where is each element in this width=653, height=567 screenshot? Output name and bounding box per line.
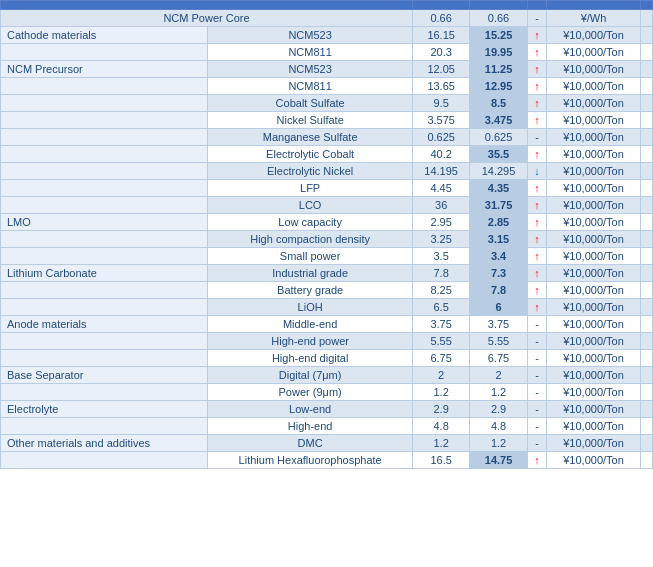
- feb26-value: 6.5: [412, 299, 469, 316]
- feb19-value: 11.25: [470, 61, 527, 78]
- feb19-value: 3.475: [470, 112, 527, 129]
- monthly-avg-value: [640, 61, 652, 78]
- feb19-value: 15.25: [470, 27, 527, 44]
- feb26-value: 3.25: [412, 231, 469, 248]
- unit-value: ¥10,000/Ton: [547, 214, 641, 231]
- monthly-avg-value: [640, 27, 652, 44]
- feb26-value: 1.2: [412, 384, 469, 401]
- header-feb19: [470, 1, 527, 10]
- sub-label: NCM811: [208, 78, 413, 95]
- group-empty: [1, 299, 208, 316]
- sub-label: Battery grade: [208, 282, 413, 299]
- header-price-change: [527, 1, 547, 10]
- monthly-avg-value: [640, 452, 652, 469]
- change-value: ↑: [527, 214, 547, 231]
- group-empty: [1, 333, 208, 350]
- sub-label: Cobalt Sulfate: [208, 95, 413, 112]
- sub-label: Small power: [208, 248, 413, 265]
- sub-label: NCM811: [208, 44, 413, 61]
- group-label: Base Separator: [1, 367, 208, 384]
- change-value: ↑: [527, 452, 547, 469]
- change-value: ↑: [527, 146, 547, 163]
- unit-value: ¥/Wh: [547, 10, 641, 27]
- feb19-value: 31.75: [470, 197, 527, 214]
- feb19-value: 6: [470, 299, 527, 316]
- feb19-value: 7.8: [470, 282, 527, 299]
- monthly-avg-value: [640, 78, 652, 95]
- unit-value: ¥10,000/Ton: [547, 333, 641, 350]
- feb19-value: 19.95: [470, 44, 527, 61]
- sub-label: Power (9μm): [208, 384, 413, 401]
- unit-value: ¥10,000/Ton: [547, 452, 641, 469]
- feb26-value: 16.5: [412, 452, 469, 469]
- group-label: Anode materials: [1, 316, 208, 333]
- feb26-value: 13.65: [412, 78, 469, 95]
- group-label: Other materials and additives: [1, 435, 208, 452]
- change-value: ↑: [527, 95, 547, 112]
- monthly-avg-value: [640, 95, 652, 112]
- monthly-avg-value: [640, 112, 652, 129]
- change-value: ↑: [527, 61, 547, 78]
- feb19-value: 14.75: [470, 452, 527, 469]
- sub-label: LiOH: [208, 299, 413, 316]
- feb26-value: 5.55: [412, 333, 469, 350]
- sub-label: Digital (7μm): [208, 367, 413, 384]
- unit-value: ¥10,000/Ton: [547, 282, 641, 299]
- unit-value: ¥10,000/Ton: [547, 350, 641, 367]
- sub-label: Low-end: [208, 401, 413, 418]
- feb19-value: 2.85: [470, 214, 527, 231]
- change-value: ↑: [527, 44, 547, 61]
- change-value: -: [527, 316, 547, 333]
- feb19-value: 3.4: [470, 248, 527, 265]
- feb26-value: 4.45: [412, 180, 469, 197]
- sub-label: Middle-end: [208, 316, 413, 333]
- sub-label: Industrial grade: [208, 265, 413, 282]
- unit-value: ¥10,000/Ton: [547, 316, 641, 333]
- monthly-avg-value: [640, 333, 652, 350]
- monthly-avg-value: [640, 282, 652, 299]
- change-value: ↑: [527, 248, 547, 265]
- change-value: -: [527, 418, 547, 435]
- feb26-value: 6.75: [412, 350, 469, 367]
- feb26-value: 9.5: [412, 95, 469, 112]
- feb19-value: 0.66: [470, 10, 527, 27]
- change-value: -: [527, 435, 547, 452]
- monthly-avg-value: [640, 299, 652, 316]
- change-value: -: [527, 384, 547, 401]
- feb19-value: 4.35: [470, 180, 527, 197]
- change-value: -: [527, 350, 547, 367]
- monthly-avg-value: [640, 180, 652, 197]
- feb26-value: 8.25: [412, 282, 469, 299]
- monthly-avg-value: [640, 265, 652, 282]
- unit-value: ¥10,000/Ton: [547, 95, 641, 112]
- monthly-avg-value: [640, 316, 652, 333]
- feb26-value: 14.195: [412, 163, 469, 180]
- sub-label: NCM523: [208, 61, 413, 78]
- unit-value: ¥10,000/Ton: [547, 163, 641, 180]
- sub-label: Manganese Sulfate: [208, 129, 413, 146]
- feb19-value: 1.2: [470, 384, 527, 401]
- group-label: NCM Precursor: [1, 61, 208, 78]
- monthly-avg-value: [640, 248, 652, 265]
- monthly-avg-value: [640, 10, 652, 27]
- change-value: ↑: [527, 180, 547, 197]
- sub-label: Nickel Sulfate: [208, 112, 413, 129]
- group-empty: [1, 163, 208, 180]
- change-value: -: [527, 367, 547, 384]
- unit-value: ¥10,000/Ton: [547, 248, 641, 265]
- monthly-avg-value: [640, 163, 652, 180]
- sub-label: High-end: [208, 418, 413, 435]
- sub-label: Electrolytic Nickel: [208, 163, 413, 180]
- unit-value: ¥10,000/Ton: [547, 435, 641, 452]
- feb19-value: 3.75: [470, 316, 527, 333]
- feb26-value: 4.8: [412, 418, 469, 435]
- unit-value: ¥10,000/Ton: [547, 146, 641, 163]
- unit-value: ¥10,000/Ton: [547, 78, 641, 95]
- feb26-value: 0.625: [412, 129, 469, 146]
- unit-value: ¥10,000/Ton: [547, 367, 641, 384]
- monthly-avg-value: [640, 231, 652, 248]
- monthly-avg-value: [640, 197, 652, 214]
- unit-value: ¥10,000/Ton: [547, 401, 641, 418]
- group-empty: [1, 44, 208, 61]
- monthly-avg-value: [640, 44, 652, 61]
